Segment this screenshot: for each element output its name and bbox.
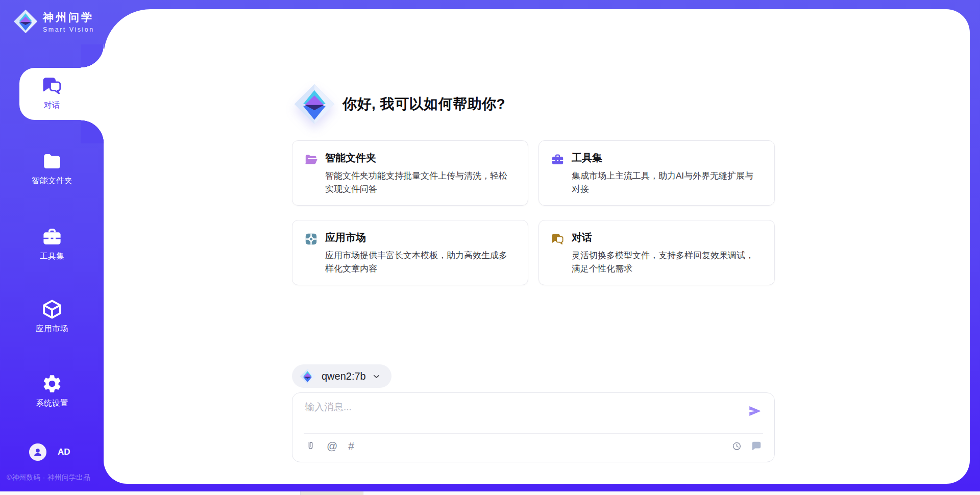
mention-button[interactable]: @: [327, 440, 337, 452]
model-selector[interactable]: qwen2:7b: [292, 364, 391, 388]
greeting-title: 你好, 我可以如何帮助你?: [342, 94, 505, 114]
chat-bubble-icon: [751, 440, 762, 452]
cube-icon: [41, 299, 63, 320]
tab-corner-bottom: [81, 120, 104, 143]
brand-title: 神州问学: [43, 10, 94, 24]
brand-subtitle: Smart Vision: [43, 26, 94, 33]
card-smart-folder[interactable]: 智能文件夹 智能文件夹功能支持批量文件上传与清洗，轻松实现文件问答: [292, 140, 528, 206]
sidebar-item-chat[interactable]: 对话: [0, 75, 104, 111]
history-button[interactable]: [731, 440, 742, 452]
composer-divider: [304, 433, 763, 434]
sidebar-item-app-market[interactable]: 应用市场: [0, 299, 104, 334]
card-toolset[interactable]: 工具集 集成市场上主流工具，助力AI与外界无缝扩展与对接: [538, 140, 775, 206]
chevron-down-icon: [372, 372, 381, 381]
card-title: 智能文件夹: [325, 151, 516, 165]
toolbox-icon: [41, 226, 63, 247]
chat-bubbles-icon: [551, 232, 565, 246]
horizontal-scrollbar[interactable]: [0, 491, 980, 495]
avatar[interactable]: [29, 443, 46, 461]
paperclip-icon: [305, 440, 316, 452]
model-diamond-icon: [300, 368, 315, 384]
card-title: 工具集: [572, 151, 762, 165]
card-description: 应用市场提供丰富长文本模板，助力高效生成多样化文章内容: [325, 249, 516, 276]
card-title: 对话: [572, 231, 762, 244]
toolbox-icon: [551, 153, 565, 166]
app-window: 神州问学 Smart Vision 对话 智能文件夹 工具集 应用市场 系统设置…: [0, 0, 980, 495]
sidebar-item-label: 工具集: [0, 251, 104, 262]
sidebar-item-label: 应用市场: [0, 324, 104, 334]
user-avatar-icon: [32, 447, 43, 458]
hashtag-button[interactable]: #: [348, 440, 354, 452]
conversation-button[interactable]: [751, 440, 762, 452]
folder-icon: [41, 151, 63, 172]
copyright-footer: ©神州数码 · 神州问学出品: [7, 473, 90, 482]
card-description: 灵活切换多模型文件，支持多样回复效果调试，满足个性化需求: [572, 249, 762, 276]
card-description: 智能文件夹功能支持批量文件上传与清洗，轻松实现文件问答: [325, 169, 516, 196]
brand-logo: 神州问学 Smart Vision: [13, 9, 94, 34]
chat-bubbles-icon: [41, 75, 63, 96]
user-account[interactable]: AD: [29, 443, 70, 461]
sidebar-item-label: 智能文件夹: [0, 176, 104, 186]
card-chat[interactable]: 对话 灵活切换多模型文件，支持多样回复效果调试，满足个性化需求: [538, 220, 775, 285]
sidebar-item-settings[interactable]: 系统设置: [0, 373, 104, 409]
message-composer: @ #: [292, 392, 775, 462]
card-app-market[interactable]: 应用市场 应用市场提供丰富长文本模板，助力高效生成多样化文章内容: [292, 220, 528, 285]
greeting-diamond-icon: [293, 83, 335, 125]
app-market-icon: [304, 232, 318, 246]
folder-open-icon: [304, 153, 318, 166]
sidebar-item-toolset[interactable]: 工具集: [0, 226, 104, 262]
horizontal-scrollbar-thumb[interactable]: [300, 491, 363, 495]
sidebar-item-label: 对话: [0, 100, 104, 111]
tab-corner-top: [81, 44, 104, 68]
attach-file-button[interactable]: [305, 440, 316, 452]
sidebar-item-smart-folder[interactable]: 智能文件夹: [0, 151, 104, 186]
card-title: 应用市场: [325, 231, 516, 244]
send-icon[interactable]: [748, 404, 762, 418]
sidebar-item-label: 系统设置: [0, 398, 104, 409]
card-description: 集成市场上主流工具，助力AI与外界无缝扩展与对接: [572, 169, 762, 196]
user-name: AD: [58, 447, 70, 457]
gear-icon: [41, 373, 63, 394]
feature-cards: 智能文件夹 智能文件夹功能支持批量文件上传与清洗，轻松实现文件问答 工具集 集成…: [292, 140, 775, 285]
history-clock-icon: [731, 440, 742, 452]
greeting-block: 你好, 我可以如何帮助你?: [293, 83, 505, 125]
message-input[interactable]: [305, 401, 739, 430]
model-name: qwen2:7b: [322, 370, 366, 382]
brand-diamond-icon: [13, 9, 38, 34]
